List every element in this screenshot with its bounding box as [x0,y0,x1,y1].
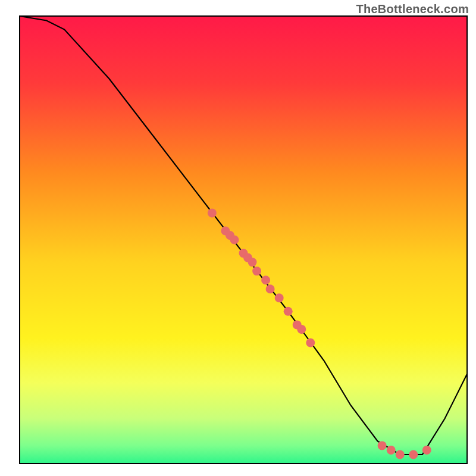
watermark-text: TheBottleneck.com [356,2,469,16]
data-marker [230,236,239,245]
chart-container: TheBottleneck.com [0,0,476,476]
data-marker [378,441,387,450]
data-marker [261,275,270,284]
data-marker [266,284,275,293]
data-marker [306,339,315,347]
data-marker [275,293,284,302]
data-marker [208,208,217,217]
data-marker [396,450,405,459]
data-marker [248,258,257,267]
data-marker [297,325,306,334]
data-marker [387,446,396,455]
bottleneck-chart [0,0,476,476]
data-marker [422,446,431,455]
plot-background [20,16,467,464]
data-marker [284,307,293,316]
data-marker [409,450,418,459]
data-marker [252,267,261,275]
